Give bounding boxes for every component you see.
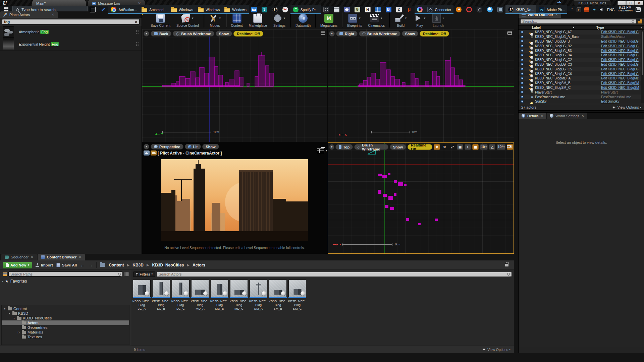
- maximize-viewport-icon[interactable]: [507, 145, 512, 148]
- breadcrumb-item[interactable]: Actors: [193, 263, 205, 267]
- monitor-app-icon[interactable]: [495, 5, 505, 14]
- breadcrumb-item[interactable]: Content: [109, 263, 124, 267]
- lock-icon[interactable]: [505, 264, 508, 266]
- build-button[interactable]: ▼ Build: [391, 12, 410, 27]
- launch-button[interactable]: ▼ Launch: [429, 12, 448, 27]
- add-new-button[interactable]: Add New▾: [3, 262, 32, 268]
- outliner-scrollbar[interactable]: [641, 30, 644, 103]
- translate-tool-icon[interactable]: ✥: [434, 144, 440, 150]
- visibility-eye-icon[interactable]: [520, 68, 524, 70]
- outliner-row[interactable]: PostProcessVolume PostProcessVolume: [519, 95, 644, 99]
- save-current-button[interactable]: ▼ Save Current: [148, 12, 173, 27]
- viewmode-button[interactable]: Brush Wireframe: [173, 31, 214, 37]
- maximize-viewport-icon[interactable]: [507, 32, 512, 35]
- folder-tree-item[interactable]: ▸ Geometries: [2, 325, 129, 330]
- tab-place-actors[interactable]: Place Actors ✕: [0, 11, 58, 18]
- folder-tree-item[interactable]: ▾ Content: [2, 306, 129, 311]
- actor-type-link[interactable]: Edit KB3D_NEC_BldgLG: [601, 72, 644, 76]
- camera-app-icon[interactable]: [485, 5, 495, 14]
- realtime-toggle[interactable]: Realtime: Off: [420, 31, 449, 37]
- sources-toggle-icon[interactable]: [2, 272, 7, 276]
- show-button[interactable]: Show: [202, 144, 219, 149]
- outliner-row[interactable]: PlayerStart PlayerStart: [519, 90, 644, 95]
- notion-icon[interactable]: N: [363, 5, 373, 14]
- tab-main-level[interactable]: Main*: [32, 0, 86, 6]
- tray-app-icon[interactable]: [584, 7, 589, 12]
- visibility-eye-icon[interactable]: [520, 40, 524, 43]
- favorites-section[interactable]: ▾★ Favorites: [0, 278, 131, 285]
- tab-details[interactable]: i Details ✕: [519, 113, 546, 119]
- tab-content-browser[interactable]: Content Browser ✕: [38, 254, 85, 260]
- close-icon[interactable]: ✕: [78, 255, 81, 259]
- outliner-row[interactable]: KB3D_NEC_BldgSM_C Edit KB3D_NEC_BldgSM: [519, 85, 644, 90]
- visibility-eye-icon[interactable]: [520, 63, 524, 66]
- marketplace-button[interactable]: ▼ Marketplace: [246, 12, 270, 27]
- search-paths-input[interactable]: Search Paths: [8, 272, 123, 277]
- maximize-viewport-icon[interactable]: [321, 32, 325, 35]
- source-control-button[interactable]: ▼ Source Control: [173, 12, 204, 27]
- visibility-eye-icon[interactable]: [520, 72, 524, 75]
- tutorial-cap-icon[interactable]: [557, 1, 562, 3]
- actor-type-link[interactable]: PostProcessVolume: [601, 95, 644, 99]
- asset-tile[interactable]: KB3D_NEC_BldgMD_B: [211, 280, 228, 310]
- place-actor-item[interactable]: AtmosphericFog: [0, 26, 142, 38]
- actor-type-link[interactable]: PlayerStart: [601, 90, 644, 94]
- outliner-search-input[interactable]: Search...: [520, 19, 636, 24]
- outliner-row[interactable]: KB3D_NEC_BldgLG_C5 Edit KB3D_NEC_BldgLG: [519, 67, 644, 71]
- settings-button[interactable]: ▼ Settings: [270, 12, 291, 27]
- tray-expand-icon[interactable]: ⌃: [571, 8, 573, 11]
- actor-type-link[interactable]: Edit KB3D_NEC_BldgSM: [601, 86, 644, 89]
- play-button[interactable]: ▼ Play: [410, 12, 429, 27]
- epic-games-tray-icon[interactable]: E: [577, 7, 581, 12]
- outliner-row[interactable]: KB3D_NEC_BldgLG_C3 Edit KB3D_NEC_BldgLG: [519, 62, 644, 67]
- close-icon[interactable]: ✕: [31, 255, 33, 259]
- spotify-icon[interactable]: Spotify Pr...: [290, 5, 321, 14]
- close-icon[interactable]: ✕: [541, 114, 543, 118]
- 3dsmax-icon[interactable]: 3: [259, 5, 270, 14]
- visibility-eye-icon[interactable]: [520, 49, 524, 52]
- viewmode-button[interactable]: Brush Wireframe: [359, 31, 400, 37]
- visibility-eye-icon[interactable]: [520, 77, 524, 80]
- visibility-eye-icon[interactable]: [520, 36, 524, 38]
- viewmode-button[interactable]: Lit: [185, 144, 201, 149]
- folder-tree-item[interactable]: ▾ KB3D_NeoCities: [2, 316, 129, 320]
- folder-tree-item[interactable]: ▸ Actors: [2, 320, 129, 325]
- show-button[interactable]: Show: [216, 31, 232, 37]
- outliner-row[interactable]: KB3D_NEC_BldgLG_A_Base StaticMeshActor: [519, 35, 644, 39]
- folder-icon[interactable]: Archmod...: [139, 5, 169, 14]
- asset-tile[interactable]: KB3D_NEC_BldgLG_B: [152, 280, 170, 310]
- discord-icon[interactable]: [342, 5, 352, 14]
- utorrent-icon[interactable]: µ: [404, 5, 415, 14]
- content-button[interactable]: ▼ Content: [228, 12, 246, 27]
- actor-type-link[interactable]: Edit KB3D_NEC_BldgLG: [601, 67, 644, 71]
- realtime-toggle[interactable]: Realtime: Off: [233, 31, 263, 37]
- visibility-eye-icon[interactable]: [520, 82, 524, 84]
- clear-search-icon[interactable]: ✕: [135, 20, 138, 24]
- viewport-menu-dropdown[interactable]: ▼: [144, 144, 149, 149]
- modes-button[interactable]: ▼ Modes: [206, 12, 226, 27]
- folder-tree-item[interactable]: ▷ Materials: [2, 330, 129, 335]
- filter-caret-icon[interactable]: ▾: [641, 26, 642, 29]
- restore-button[interactable]: □: [626, 1, 635, 5]
- magnifier-app-icon[interactable]: [321, 5, 331, 14]
- import-button[interactable]: Import: [36, 263, 53, 267]
- asset-tile[interactable]: KB3D_NEC_BldgSM_C: [288, 280, 306, 310]
- add-actor-icon[interactable]: [638, 19, 642, 23]
- visibility-eye-icon[interactable]: [520, 45, 524, 47]
- folder-icon[interactable]: Windows: [222, 5, 249, 14]
- grid-snap-icon[interactable]: ▦: [472, 144, 479, 150]
- obs-icon[interactable]: [474, 5, 485, 14]
- actor-type-link[interactable]: Edit KB3D_NEC_BldgLG: [601, 30, 644, 34]
- blue-b-app-icon[interactable]: B: [383, 5, 394, 14]
- viewport-menu-dropdown[interactable]: ▼: [144, 31, 149, 37]
- actor-type-link[interactable]: Edit KB3D_NEC_BldgLG: [601, 40, 644, 43]
- actor-type-link[interactable]: StaticMeshActor: [601, 35, 644, 39]
- visibility-eye-icon[interactable]: [520, 100, 524, 103]
- actor-type-link[interactable]: Edit KB3D_NEC_BldgSM: [601, 81, 644, 85]
- mail-icon[interactable]: [249, 5, 259, 14]
- show-button[interactable]: Show: [402, 31, 418, 37]
- actor-type-link[interactable]: Edit SunSky: [601, 100, 644, 103]
- unreal-icon[interactable]: U: [270, 5, 280, 14]
- outliner-row[interactable]: KB3D_NEC_BldgLG_C2 Edit KB3D_NEC_BldgLG: [519, 58, 644, 62]
- save-all-button[interactable]: Save All: [56, 263, 77, 267]
